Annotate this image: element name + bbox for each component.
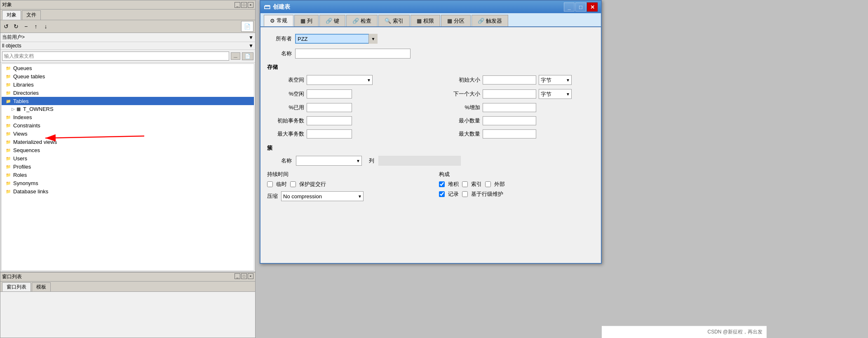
dialog-tabs: ⚙ 常规 ▦ 列 🔗 键 🔗 检查 🔍 索引 ▦ 权限 ▦ 分区 🔗 触: [260, 13, 601, 27]
close-btn[interactable]: ×: [248, 2, 253, 8]
tab-permissions[interactable]: ▦ 权限: [411, 15, 440, 26]
tree-item-t-owners[interactable]: ▷ ▦ T_OWNERS: [2, 105, 254, 113]
t-owners-label: T_OWNERS: [23, 106, 54, 112]
row-level-checkbox[interactable]: [462, 191, 468, 197]
up-icon[interactable]: ↑: [32, 22, 40, 31]
dialog-titlebar-btns: _ □ ✕: [564, 2, 598, 12]
name-input[interactable]: [295, 49, 411, 59]
breadcrumb-arrow: ▼: [249, 35, 253, 40]
tree-item-libraries[interactable]: 📁 Libraries: [2, 80, 254, 89]
back-icon[interactable]: ↺: [2, 22, 10, 31]
maximize-btn[interactable]: □: [241, 2, 247, 8]
dialog-minimize-btn[interactable]: _: [564, 2, 575, 12]
name-label: 名称: [267, 50, 292, 57]
check-icon: 🔗: [352, 18, 359, 24]
compress-label: 压缩: [267, 192, 278, 200]
initial-size-input[interactable]: [483, 75, 536, 84]
pct-free-input[interactable]: [307, 89, 352, 99]
heap-checkbox[interactable]: [439, 181, 445, 187]
tablespace-label: 表空间: [275, 76, 304, 84]
tablespace-select[interactable]: [307, 75, 373, 85]
tab-columns[interactable]: ▦ 列: [294, 15, 319, 26]
pct-used-input[interactable]: [307, 103, 352, 112]
tab-files[interactable]: 文件: [22, 10, 41, 20]
tree-item-profiles[interactable]: 📁 Profiles: [2, 162, 254, 171]
tree-item-database-links[interactable]: 📁 Database links: [2, 187, 254, 195]
commit-preserve-label: 保护提交行: [299, 181, 326, 188]
max-extents-input[interactable]: [483, 129, 536, 138]
tree-item-synonyms[interactable]: 📁 Synonyms: [2, 179, 254, 187]
max-trans-input[interactable]: [307, 129, 352, 138]
tree-item-roles[interactable]: 📁 Roles: [2, 171, 254, 179]
max-trans-row: 最大事务数: [275, 129, 427, 138]
tab-objects[interactable]: 对象: [2, 10, 21, 20]
down-icon[interactable]: ↓: [42, 22, 50, 31]
minimize-btn[interactable]: _: [235, 2, 240, 8]
logging-checkbox[interactable]: [439, 191, 445, 197]
tab-indexes[interactable]: 🔍 索引: [378, 15, 410, 26]
pct-increase-label: %增加: [443, 104, 480, 111]
min-extents-label: 最小数量: [443, 117, 480, 124]
tree-item-materialized-views[interactable]: 📁 Materialized views: [2, 138, 254, 146]
dialog-close-btn[interactable]: ✕: [587, 2, 598, 12]
tree-item-queues[interactable]: 📁 Queues: [2, 64, 254, 72]
external-checkbox[interactable]: [485, 181, 491, 187]
compress-wrapper: No compression ▼: [281, 191, 364, 201]
heap-label: 堆积: [448, 181, 459, 188]
unit1-select[interactable]: 字节: [539, 75, 572, 85]
minus-icon[interactable]: −: [22, 22, 30, 31]
tablespace-wrapper: ▼: [307, 75, 373, 85]
search-doc-icon[interactable]: 📄: [241, 21, 253, 32]
tree-item-directories[interactable]: 📁 Directories: [2, 89, 254, 97]
permissions-icon: ▦: [417, 18, 422, 24]
dialog-titlebar: 🗃 创建表 _ □ ✕: [260, 1, 601, 13]
commit-preserve-checkbox[interactable]: [290, 181, 296, 187]
tree-item-queue-tables[interactable]: 📁 Queue tables: [2, 72, 254, 80]
tree-item-views[interactable]: 📁 Views: [2, 129, 254, 138]
next-size-input[interactable]: [483, 89, 536, 99]
compose-title: 构成: [439, 171, 594, 178]
search-button[interactable]: ...: [231, 52, 240, 60]
tab-template[interactable]: 模板: [32, 282, 51, 291]
search-input[interactable]: [2, 52, 229, 61]
dialog-maximize-btn[interactable]: □: [575, 2, 586, 12]
bottom-close-btn[interactable]: ×: [248, 273, 253, 279]
cluster-col-input[interactable]: [378, 156, 461, 166]
table-grid-icon: ▦: [16, 106, 21, 112]
tree-item-indexes[interactable]: 📁 Indexes: [2, 113, 254, 121]
tab-window-list[interactable]: 窗口列表: [2, 282, 31, 291]
queue-tables-label: Queue tables: [13, 73, 45, 80]
init-trans-input[interactable]: [307, 116, 352, 125]
pct-used-row: %已用: [275, 103, 427, 112]
db-links-label: Database links: [13, 188, 48, 195]
search-doc-button[interactable]: 📄: [242, 52, 253, 60]
compress-select[interactable]: No compression: [281, 191, 364, 201]
general-label: 常规: [277, 17, 287, 24]
unit2-select[interactable]: 字节: [539, 89, 572, 99]
cluster-col-label: 列: [366, 157, 374, 164]
bottom-minimize-btn[interactable]: _: [235, 273, 240, 279]
panel-titlebar: 对象 _ □ ×: [0, 0, 255, 9]
index-org-checkbox[interactable]: [462, 181, 468, 187]
owner-input[interactable]: [295, 34, 378, 44]
pct-increase-input[interactable]: [483, 103, 536, 112]
libraries-label: Libraries: [13, 82, 34, 88]
tree-item-users[interactable]: 📁 Users: [2, 154, 254, 162]
cluster-name-select[interactable]: [296, 156, 362, 166]
tree-item-tables[interactable]: 📁 Tables: [2, 97, 254, 105]
tab-keys[interactable]: 🔗 键: [319, 15, 345, 26]
tab-general[interactable]: ⚙ 常规: [264, 15, 293, 26]
sequences-icon: 📁: [5, 147, 12, 153]
tab-check[interactable]: 🔗 检查: [346, 15, 378, 26]
temp-label: 临时: [276, 181, 287, 188]
forward-icon[interactable]: ↻: [12, 22, 20, 31]
owner-dropdown-btn[interactable]: ▼: [368, 34, 378, 44]
bottom-maximize-btn[interactable]: □: [241, 273, 247, 279]
tree-item-constraints[interactable]: 📁 Constraints: [2, 121, 254, 129]
temp-checkbox[interactable]: [267, 181, 273, 187]
tab-partition[interactable]: ▦ 分区: [441, 15, 471, 26]
tab-triggers[interactable]: 🔗 触发器: [472, 15, 508, 26]
tree-item-sequences[interactable]: 📁 Sequences: [2, 146, 254, 154]
min-extents-input[interactable]: [483, 116, 536, 125]
bottom-section: 持续时间 临时 保护提交行 压缩 No compression ▼: [267, 171, 594, 201]
